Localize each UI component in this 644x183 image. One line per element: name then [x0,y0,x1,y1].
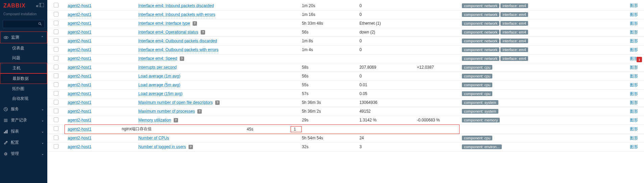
tag-badge[interactable]: interface: em4 [500,39,528,43]
tag-badge[interactable]: component: cpu [462,136,492,140]
host-link[interactable]: agent2-host1 [68,127,91,132]
graph-link[interactable]: 图形 [630,3,638,8]
sidebar-item-dashboard[interactable]: 仪表盘 [0,43,47,53]
row-checkbox[interactable] [54,126,58,131]
tag-badge[interactable]: interface: em4 [500,47,528,52]
tag-badge[interactable]: component: network [462,56,499,61]
graph-link[interactable]: 图形 [630,74,638,78]
item-link[interactable]: Memory utilization [139,118,171,122]
help-icon[interactable]: ? [201,30,205,35]
host-link[interactable]: agent2-host1 [68,56,91,61]
host-link[interactable]: agent2-host1 [68,21,91,26]
graph-link[interactable]: 图形 [630,127,638,131]
sidebar-item-problems[interactable]: 问题 [0,53,47,63]
row-checkbox[interactable] [54,65,58,69]
item-link[interactable]: Load average (1m avg) [139,74,180,78]
tag-badge[interactable]: component: system [462,109,498,114]
item-link[interactable]: Load average (5m avg) [139,83,180,87]
tag-badge[interactable]: component: network [462,21,499,26]
tag-badge[interactable]: component: network [462,12,499,17]
row-checkbox[interactable] [54,47,58,52]
tag-badge[interactable]: interface: em4 [500,56,528,61]
host-link[interactable]: agent2-host1 [68,91,91,96]
host-link[interactable]: agent2-host1 [68,74,91,78]
tag-badge[interactable]: component: cpu [462,91,492,96]
help-icon[interactable]: ? [189,145,193,149]
row-checkbox[interactable] [54,29,58,34]
graph-link[interactable]: 图形 [630,109,638,114]
row-checkbox[interactable] [54,56,58,61]
host-link[interactable]: agent2-host1 [68,109,91,114]
item-link[interactable]: Interface em4: Interface type [139,21,190,26]
item-link[interactable]: Interface em4: Operational status [139,30,198,35]
graph-link[interactable]: 图形 [630,12,638,17]
logo[interactable]: ZABBIX [3,3,26,9]
item-link[interactable]: Interface em4: Inbound packets with erro… [139,12,215,17]
host-link[interactable]: agent2-host1 [68,136,91,140]
sidebar-item-hosts[interactable]: 主机 [0,63,47,73]
tag-badge[interactable]: component: cpu [462,74,492,78]
nav-monitor[interactable]: 监测 ⌃ [0,31,47,43]
item-link[interactable]: Number of CPUs [139,136,169,140]
tag-badge[interactable]: component: system [462,100,498,105]
tag-badge[interactable]: interface: em4 [500,30,528,35]
host-link[interactable]: agent2-host1 [68,30,91,35]
collapse-button[interactable]: « [36,3,44,8]
graph-link[interactable]: 图形 [630,144,638,149]
row-checkbox[interactable] [54,117,58,122]
nav-services[interactable]: 服务⌄ [0,104,47,115]
sidebar-item-latest[interactable]: 最新数据 [0,73,47,84]
info-badge[interactable]: i [637,57,642,62]
row-checkbox[interactable] [54,144,58,149]
host-link[interactable]: agent2-host1 [68,118,91,122]
help-icon[interactable]: ? [193,21,197,26]
nav-admin[interactable]: 管理⌄ [0,148,47,159]
row-checkbox[interactable] [54,109,58,113]
item-link[interactable]: Interface em4: Speed [139,56,177,61]
row-checkbox[interactable] [54,100,58,105]
help-icon[interactable]: ? [180,56,184,61]
sidebar-item-discovery[interactable]: 自动发现 [0,94,47,104]
item-link[interactable]: Interface em4: Outbound packets with err… [139,47,219,52]
tag-badge[interactable]: interface: em4 [500,21,528,26]
tag-badge[interactable]: component: environ... [462,144,502,149]
graph-link[interactable]: 图形 [630,118,638,122]
tag-badge[interactable]: component: cpu [462,65,492,70]
row-checkbox[interactable] [54,38,58,43]
help-icon[interactable]: ? [197,109,202,114]
row-checkbox[interactable] [54,135,58,140]
item-link[interactable]: Interface em4: Inbound packets discarded [139,3,214,8]
tag-badge[interactable]: component: network [462,47,499,52]
item-link[interactable]: Interface em4: Outbound packets discarde… [139,39,217,43]
row-checkbox[interactable] [54,3,58,7]
row-checkbox[interactable] [54,73,58,78]
tag-badge[interactable]: component: network [462,30,499,35]
host-link[interactable]: agent2-host1 [68,100,91,105]
item-link[interactable]: Maximum number of open file descriptors [139,100,213,105]
tag-badge[interactable]: interface: em4 [500,12,528,17]
graph-link[interactable]: 图形 [630,83,638,87]
row-checkbox[interactable] [54,12,58,17]
tag-badge[interactable]: component: cpu [462,83,492,87]
row-checkbox[interactable] [54,82,58,87]
graph-link[interactable]: 图形 [630,39,638,43]
tag-badge[interactable]: component: memory [462,118,500,122]
sidebar-item-maps[interactable]: 拓扑图 [0,84,47,94]
host-link[interactable]: agent2-host1 [68,65,91,70]
nav-config[interactable]: 配置⌄ [0,137,47,148]
nav-reports[interactable]: 报表⌄ [0,126,47,137]
host-link[interactable]: agent2-host1 [68,39,91,43]
host-link[interactable]: agent2-host1 [68,47,91,52]
graph-link[interactable]: 图形 [630,136,638,140]
host-link[interactable]: agent2-host1 [68,3,91,8]
graph-link[interactable]: 图形 [630,30,638,35]
search-input[interactable] [3,20,45,28]
graph-link[interactable]: 图形 [630,65,638,70]
tag-badge[interactable]: component: network [462,3,499,8]
host-link[interactable]: agent2-host1 [68,144,91,149]
graph-link[interactable]: 图形 [630,47,638,52]
graph-link[interactable]: 图形 [630,21,638,26]
tag-badge[interactable]: interface: em4 [500,3,528,8]
graph-link[interactable]: 图形 [630,100,638,105]
item-link[interactable]: Load average (15m avg) [139,91,183,96]
